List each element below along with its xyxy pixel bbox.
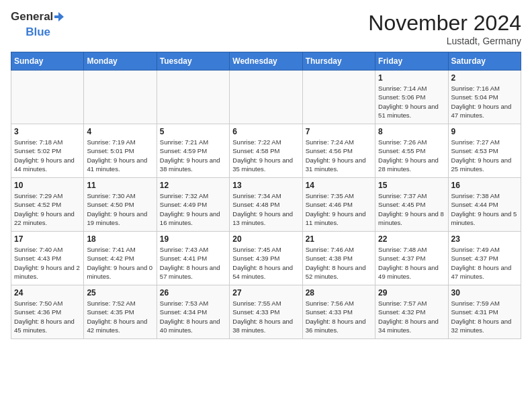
calendar-cell: 10Sunrise: 7:29 AM Sunset: 4:52 PM Dayli… (11, 178, 84, 232)
day-info: Sunrise: 7:27 AM Sunset: 4:53 PM Dayligh… (451, 138, 518, 173)
calendar-body: 1Sunrise: 7:14 AM Sunset: 5:06 PM Daylig… (11, 71, 521, 339)
calendar-cell: 6Sunrise: 7:22 AM Sunset: 4:58 PM Daylig… (230, 124, 302, 178)
calendar-table: SundayMondayTuesdayWednesdayThursdayFrid… (11, 52, 521, 339)
day-info: Sunrise: 7:37 AM Sunset: 4:45 PM Dayligh… (378, 191, 445, 227)
calendar-cell: 3Sunrise: 7:18 AM Sunset: 5:02 PM Daylig… (11, 124, 84, 178)
day-number: 18 (87, 234, 153, 244)
day-number: 12 (160, 181, 226, 190)
day-number: 4 (87, 127, 153, 136)
calendar-cell: 23Sunrise: 7:49 AM Sunset: 4:37 PM Dayli… (448, 232, 521, 285)
weekday-header-sunday: Sunday (11, 52, 84, 71)
calendar-cell: 12Sunrise: 7:32 AM Sunset: 4:49 PM Dayli… (157, 178, 229, 232)
day-number: 22 (378, 234, 445, 244)
calendar-cell: 22Sunrise: 7:48 AM Sunset: 4:37 PM Dayli… (375, 232, 448, 285)
day-info: Sunrise: 7:48 AM Sunset: 4:37 PM Dayligh… (378, 245, 445, 281)
day-number: 17 (14, 234, 81, 244)
day-info: Sunrise: 7:45 AM Sunset: 4:39 PM Dayligh… (232, 245, 299, 281)
calendar-cell (302, 71, 375, 124)
day-info: Sunrise: 7:34 AM Sunset: 4:48 PM Dayligh… (232, 191, 299, 227)
calendar-cell: 1Sunrise: 7:14 AM Sunset: 5:06 PM Daylig… (375, 71, 448, 124)
weekday-header-tuesday: Tuesday (157, 52, 229, 71)
day-info: Sunrise: 7:52 AM Sunset: 4:35 PM Dayligh… (87, 299, 153, 334)
day-number: 6 (232, 127, 299, 136)
day-number: 5 (160, 127, 226, 136)
day-info: Sunrise: 7:43 AM Sunset: 4:41 PM Dayligh… (160, 245, 226, 281)
day-number: 29 (378, 288, 445, 298)
day-info: Sunrise: 7:53 AM Sunset: 4:34 PM Dayligh… (160, 299, 226, 334)
day-info: Sunrise: 7:30 AM Sunset: 4:50 PM Dayligh… (87, 191, 153, 227)
day-number: 30 (451, 288, 518, 298)
logo-arrow-icon (53, 11, 65, 23)
day-info: Sunrise: 7:50 AM Sunset: 4:36 PM Dayligh… (14, 299, 81, 334)
day-number: 26 (160, 288, 226, 298)
month-title: November 2024 (368, 11, 521, 36)
day-info: Sunrise: 7:19 AM Sunset: 5:01 PM Dayligh… (87, 138, 153, 173)
svg-marker-0 (54, 12, 64, 21)
calendar-cell: 19Sunrise: 7:43 AM Sunset: 4:41 PM Dayli… (157, 232, 229, 285)
day-info: Sunrise: 7:22 AM Sunset: 4:58 PM Dayligh… (232, 138, 299, 173)
day-info: Sunrise: 7:49 AM Sunset: 4:37 PM Dayligh… (451, 245, 518, 281)
calendar-cell: 4Sunrise: 7:19 AM Sunset: 5:01 PM Daylig… (84, 124, 157, 178)
calendar-cell: 28Sunrise: 7:56 AM Sunset: 4:33 PM Dayli… (302, 285, 375, 339)
week-row-5: 24Sunrise: 7:50 AM Sunset: 4:36 PM Dayli… (11, 285, 521, 339)
weekday-header-wednesday: Wednesday (230, 52, 302, 71)
calendar-cell (11, 71, 84, 124)
day-number: 21 (306, 234, 372, 244)
calendar-cell: 29Sunrise: 7:57 AM Sunset: 4:32 PM Dayli… (375, 285, 448, 339)
day-number: 25 (87, 288, 153, 298)
day-number: 7 (306, 127, 372, 136)
day-info: Sunrise: 7:29 AM Sunset: 4:52 PM Dayligh… (14, 191, 81, 227)
week-row-2: 3Sunrise: 7:18 AM Sunset: 5:02 PM Daylig… (11, 124, 521, 178)
week-row-1: 1Sunrise: 7:14 AM Sunset: 5:06 PM Daylig… (11, 71, 521, 124)
day-number: 11 (87, 181, 153, 190)
day-number: 2 (451, 73, 518, 83)
calendar-cell: 8Sunrise: 7:26 AM Sunset: 4:55 PM Daylig… (375, 124, 448, 178)
day-number: 19 (160, 234, 226, 244)
calendar-cell (157, 71, 229, 124)
day-number: 27 (232, 288, 299, 298)
day-info: Sunrise: 7:46 AM Sunset: 4:38 PM Dayligh… (306, 245, 372, 281)
calendar-cell: 30Sunrise: 7:59 AM Sunset: 4:31 PM Dayli… (448, 285, 521, 339)
calendar-cell (230, 71, 302, 124)
calendar-cell: 21Sunrise: 7:46 AM Sunset: 4:38 PM Dayli… (302, 232, 375, 285)
day-number: 10 (14, 181, 81, 190)
calendar-cell: 11Sunrise: 7:30 AM Sunset: 4:50 PM Dayli… (84, 178, 157, 232)
calendar-cell: 17Sunrise: 7:40 AM Sunset: 4:43 PM Dayli… (11, 232, 84, 285)
day-number: 13 (232, 181, 299, 190)
calendar-cell: 16Sunrise: 7:38 AM Sunset: 4:44 PM Dayli… (448, 178, 521, 232)
calendar-cell: 7Sunrise: 7:24 AM Sunset: 4:56 PM Daylig… (302, 124, 375, 178)
day-number: 9 (451, 127, 518, 136)
calendar-cell: 5Sunrise: 7:21 AM Sunset: 4:59 PM Daylig… (157, 124, 229, 178)
day-info: Sunrise: 7:35 AM Sunset: 4:46 PM Dayligh… (306, 191, 372, 227)
calendar-cell: 27Sunrise: 7:55 AM Sunset: 4:33 PM Dayli… (230, 285, 302, 339)
day-number: 20 (232, 234, 299, 244)
day-info: Sunrise: 7:18 AM Sunset: 5:02 PM Dayligh… (14, 138, 81, 173)
week-row-4: 17Sunrise: 7:40 AM Sunset: 4:43 PM Dayli… (11, 232, 521, 285)
day-info: Sunrise: 7:14 AM Sunset: 5:06 PM Dayligh… (378, 84, 445, 120)
calendar-cell: 13Sunrise: 7:34 AM Sunset: 4:48 PM Dayli… (230, 178, 302, 232)
weekday-header-row: SundayMondayTuesdayWednesdayThursdayFrid… (11, 52, 521, 71)
day-number: 28 (306, 288, 372, 298)
calendar-cell: 2Sunrise: 7:16 AM Sunset: 5:04 PM Daylig… (448, 71, 521, 124)
day-number: 16 (451, 181, 518, 190)
calendar-header: SundayMondayTuesdayWednesdayThursdayFrid… (11, 52, 521, 71)
weekday-header-thursday: Thursday (302, 52, 375, 71)
day-number: 14 (306, 181, 372, 190)
calendar-cell: 26Sunrise: 7:53 AM Sunset: 4:34 PM Dayli… (157, 285, 229, 339)
day-number: 15 (378, 181, 445, 190)
weekday-header-saturday: Saturday (448, 52, 521, 71)
logo: GeneralBlue (11, 11, 65, 38)
calendar-cell: 9Sunrise: 7:27 AM Sunset: 4:53 PM Daylig… (448, 124, 521, 178)
location-title: Lustadt, Germany (368, 36, 521, 46)
calendar-cell: 25Sunrise: 7:52 AM Sunset: 4:35 PM Dayli… (84, 285, 157, 339)
title-area: November 2024 Lustadt, Germany (368, 11, 521, 46)
weekday-header-monday: Monday (84, 52, 157, 71)
day-info: Sunrise: 7:16 AM Sunset: 5:04 PM Dayligh… (451, 84, 518, 120)
day-info: Sunrise: 7:41 AM Sunset: 4:42 PM Dayligh… (87, 245, 153, 281)
calendar-cell: 14Sunrise: 7:35 AM Sunset: 4:46 PM Dayli… (302, 178, 375, 232)
day-info: Sunrise: 7:38 AM Sunset: 4:44 PM Dayligh… (451, 191, 518, 227)
day-info: Sunrise: 7:21 AM Sunset: 4:59 PM Dayligh… (160, 138, 226, 173)
day-info: Sunrise: 7:24 AM Sunset: 4:56 PM Dayligh… (306, 138, 372, 173)
logo-blue-text: Blue (26, 26, 50, 39)
day-info: Sunrise: 7:57 AM Sunset: 4:32 PM Dayligh… (378, 299, 445, 334)
